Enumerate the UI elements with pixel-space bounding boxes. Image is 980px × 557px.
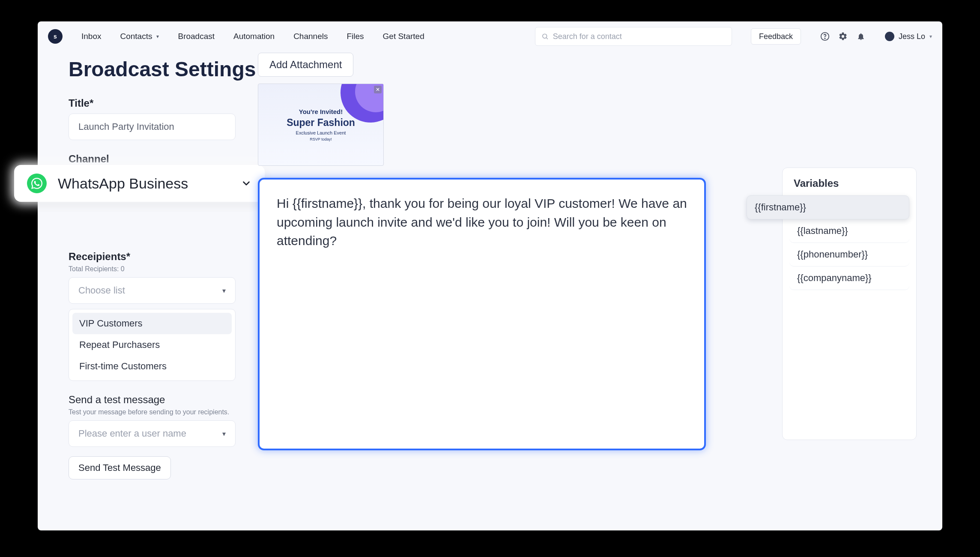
nav-inbox[interactable]: Inbox xyxy=(81,32,101,41)
search-icon xyxy=(541,33,549,40)
nav-contacts[interactable]: Contacts ▾ xyxy=(120,32,159,41)
svg-point-3 xyxy=(825,38,825,39)
variable-item[interactable]: {{lastname}} xyxy=(789,219,909,243)
message-editor[interactable]: Hi {{firstname}}, thank you for being ou… xyxy=(258,178,706,450)
search-input[interactable] xyxy=(553,32,726,41)
chevron-down-icon: ▾ xyxy=(929,33,932,39)
recipients-list: VIP Customers Repeat Purchasers First-ti… xyxy=(69,309,236,381)
channel-select-label: WhatsApp Business xyxy=(58,175,230,192)
send-test-button[interactable]: Send Test Message xyxy=(69,456,171,479)
help-icon[interactable] xyxy=(820,31,830,42)
recipients-dropdown[interactable]: Choose list ▾ xyxy=(69,277,236,304)
recipients-option[interactable]: VIP Customers xyxy=(72,313,232,334)
brand-badge[interactable]: s xyxy=(48,29,63,44)
nav-automation[interactable]: Automation xyxy=(233,32,275,41)
recipients-option[interactable]: First-time Customers xyxy=(72,356,232,377)
nav-broadcast[interactable]: Broadcast xyxy=(178,32,215,41)
left-column: Title* Channel Receipients* Total Recipi… xyxy=(69,97,236,479)
chevron-down-icon: ▾ xyxy=(222,287,226,295)
top-nav: s Inbox Contacts ▾ Broadcast Automation … xyxy=(38,21,942,51)
variable-item[interactable]: {{firstname}} xyxy=(747,195,909,219)
chevron-down-icon xyxy=(241,178,252,189)
nav-get-started[interactable]: Get Started xyxy=(383,32,424,41)
top-icons xyxy=(820,31,866,42)
attachment-line: Super Fashion xyxy=(287,117,355,129)
attachment-line: RSVP today! xyxy=(310,137,332,141)
chevron-down-icon: ▾ xyxy=(222,430,226,438)
gear-icon[interactable] xyxy=(838,31,848,42)
close-icon[interactable]: ✕ xyxy=(374,86,382,93)
title-field-label: Title* xyxy=(69,97,236,109)
recipients-field-label: Receipients* xyxy=(69,251,236,263)
nav-files[interactable]: Files xyxy=(347,32,364,41)
svg-line-1 xyxy=(547,38,548,39)
attachment-line: Exclusive Launch Event xyxy=(296,130,346,135)
add-attachment-button[interactable]: Add Attachment xyxy=(258,53,353,77)
attachment-preview[interactable]: ✕ You're Invited! Super Fashion Exclusiv… xyxy=(258,84,384,166)
bell-icon[interactable] xyxy=(856,31,866,42)
user-menu[interactable]: Jess Lo ▾ xyxy=(885,32,932,41)
channel-field-label: Channel xyxy=(69,153,236,165)
test-user-placeholder: Please enter a user name xyxy=(78,428,186,439)
svg-point-0 xyxy=(543,34,547,38)
whatsapp-icon xyxy=(27,174,47,193)
chevron-down-icon: ▾ xyxy=(156,33,159,39)
test-field-sub: Test your message before sending to your… xyxy=(69,408,236,416)
variable-item[interactable]: {{companyname}} xyxy=(789,267,909,290)
nav-contacts-label: Contacts xyxy=(120,32,152,41)
variables-title: Variables xyxy=(794,177,905,189)
content-area: Title* Channel Receipients* Total Recipi… xyxy=(38,81,942,526)
title-input[interactable] xyxy=(69,114,236,140)
user-name: Jess Lo xyxy=(899,32,925,41)
test-user-dropdown[interactable]: Please enter a user name ▾ xyxy=(69,420,236,447)
attachment-line: You're Invited! xyxy=(299,108,343,115)
test-field-label: Send a test message xyxy=(69,394,236,406)
recipients-field-sub: Total Recipients: 0 xyxy=(69,265,236,273)
channel-select[interactable]: WhatsApp Business xyxy=(14,165,265,202)
avatar-icon xyxy=(885,32,894,41)
recipients-dropdown-placeholder: Choose list xyxy=(78,285,125,296)
feedback-button[interactable]: Feedback xyxy=(751,28,801,45)
variable-item[interactable]: {{phonenumber}} xyxy=(789,243,909,267)
recipients-option[interactable]: Repeat Purchasers xyxy=(72,334,232,356)
nav-channels[interactable]: Channels xyxy=(293,32,328,41)
search-box[interactable] xyxy=(535,27,732,46)
middle-column: Add Attachment ✕ You're Invited! Super F… xyxy=(258,53,706,450)
variables-panel: Variables {{firstname}} {{lastname}} {{p… xyxy=(782,168,917,440)
app-window: s Inbox Contacts ▾ Broadcast Automation … xyxy=(38,21,942,530)
